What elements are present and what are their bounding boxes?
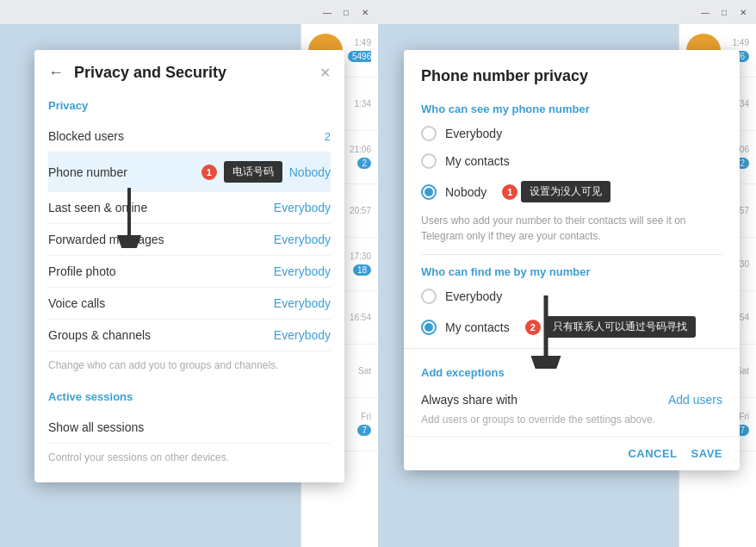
phone-number-value: Nobody bbox=[289, 165, 331, 179]
everybody-radio[interactable] bbox=[421, 126, 437, 141]
chat-meta: 1:34 bbox=[348, 99, 371, 109]
right-close-button[interactable]: ✕ bbox=[737, 6, 749, 18]
chat-time: 1:34 bbox=[348, 99, 371, 109]
privacy-security-dialog: ← Privacy and Security ✕ Privacy Blocked… bbox=[34, 50, 344, 482]
chat-time: 1:49 bbox=[726, 38, 749, 47]
chat-background: 1:49 5496 1:34 21:06 2 20:5 bbox=[0, 24, 378, 547]
unread-badge: 5496 bbox=[348, 51, 371, 62]
voice-calls-item[interactable]: Voice calls Everybody bbox=[48, 288, 331, 320]
phone-dialog-title: Phone number privacy bbox=[421, 67, 722, 85]
dialog-content: Privacy Blocked users 2 Phone number 1 电… bbox=[34, 92, 344, 482]
chat-time: Sat bbox=[348, 366, 371, 376]
chat-meta: 21:06 2 bbox=[348, 145, 371, 170]
chat-meta: Sat bbox=[348, 366, 371, 376]
phone-annotation-bubble: 电话号码 bbox=[224, 161, 282, 183]
find-everybody-label: Everybody bbox=[445, 289, 502, 303]
phone-number-item[interactable]: Phone number 1 电话号码 Nobody bbox=[48, 152, 331, 192]
nobody-bubble: 设置为没人可见 bbox=[521, 181, 610, 202]
chat-time: 1:49 bbox=[348, 38, 371, 47]
groups-channels-item[interactable]: Groups & channels Everybody bbox=[48, 320, 331, 351]
chat-meta: 20:57 bbox=[348, 206, 371, 215]
last-seen-item[interactable]: Last seen & online Everybody bbox=[48, 192, 331, 224]
show-all-sessions-item[interactable]: Show all sessions bbox=[48, 412, 331, 444]
everybody-label: Everybody bbox=[445, 127, 502, 140]
unread-badge: 7 bbox=[357, 425, 371, 436]
last-seen-value: Everybody bbox=[274, 201, 331, 214]
groups-channels-label: Groups & channels bbox=[48, 328, 274, 342]
phone-dialog-header: Phone number privacy bbox=[404, 50, 740, 92]
chat-time: 20:57 bbox=[348, 206, 371, 215]
last-seen-label: Last seen & online bbox=[48, 201, 274, 214]
forwarded-messages-item[interactable]: Forwarded messages Everybody bbox=[48, 224, 331, 256]
chat-time: 21:06 bbox=[348, 145, 371, 154]
right-annotation-arrow bbox=[516, 291, 576, 369]
right-titlebar: — □ ✕ bbox=[378, 0, 756, 24]
voice-calls-label: Voice calls bbox=[48, 296, 274, 310]
annotation-arrow bbox=[103, 179, 155, 248]
phone-info-text: Users who add your number to their conta… bbox=[421, 206, 722, 247]
unread-badge: 2 bbox=[357, 158, 371, 169]
find-everybody-radio[interactable] bbox=[421, 289, 437, 304]
exceptions-hint: Add users or groups to override the sett… bbox=[421, 413, 722, 436]
sessions-hint: Control your sessions on other devices. bbox=[48, 444, 331, 469]
maximize-button[interactable]: □ bbox=[340, 6, 352, 18]
everybody-option[interactable]: Everybody bbox=[421, 122, 722, 145]
find-contacts-label: My contacts bbox=[445, 320, 510, 334]
left-window: — □ ✕ 1:49 5496 1:34 21:06 bbox=[0, 0, 378, 547]
always-share-row: Always share with Add users bbox=[421, 386, 722, 413]
minimize-button[interactable]: — bbox=[321, 6, 333, 18]
active-sessions-label: Active sessions bbox=[48, 390, 331, 403]
blocked-users-item[interactable]: Blocked users 2 bbox=[48, 121, 331, 152]
who-can-see-label: Who can see my phone number bbox=[421, 103, 722, 115]
right-window: — □ ✕ 1:49 496 1:34 21:06 bbox=[378, 0, 756, 547]
groups-channels-value: Everybody bbox=[274, 328, 331, 342]
step1-nobody-circle: 1 bbox=[502, 184, 517, 200]
chat-time: 17:30 bbox=[348, 252, 371, 261]
dialog-footer: CANCEL SAVE bbox=[404, 436, 740, 470]
chat-meta: Fri 7 bbox=[348, 412, 371, 437]
my-contacts-label: My contacts bbox=[445, 154, 510, 168]
profile-photo-label: Profile photo bbox=[48, 264, 274, 278]
back-button[interactable]: ← bbox=[48, 64, 64, 82]
right-chat-background: 1:49 496 1:34 21:06 2 20:57 bbox=[378, 24, 756, 547]
profile-photo-value: Everybody bbox=[274, 264, 331, 278]
unread-badge: 18 bbox=[353, 264, 371, 276]
blocked-users-label: Blocked users bbox=[48, 129, 325, 143]
voice-calls-value: Everybody bbox=[274, 296, 331, 310]
chat-meta: 16:54 bbox=[348, 313, 371, 322]
my-contacts-radio[interactable] bbox=[421, 153, 437, 169]
close-button[interactable]: ✕ bbox=[359, 6, 371, 18]
add-users-button[interactable]: Add users bbox=[668, 393, 722, 407]
forwarded-messages-value: Everybody bbox=[274, 233, 331, 246]
dialog-title: Privacy and Security bbox=[74, 64, 309, 82]
right-maximize-button[interactable]: □ bbox=[718, 6, 730, 18]
who-can-see-group: Everybody My contacts Nobody 1 设置为没人可见 bbox=[421, 122, 722, 206]
blocked-users-badge: 2 bbox=[325, 130, 331, 143]
dialog-header: ← Privacy and Security ✕ bbox=[34, 50, 344, 92]
chat-meta: 17:30 18 bbox=[348, 252, 371, 277]
nobody-radio[interactable] bbox=[421, 184, 437, 200]
chat-meta: 1:49 5496 bbox=[348, 38, 371, 63]
cancel-button[interactable]: CANCEL bbox=[628, 447, 677, 460]
step1-circle: 1 bbox=[201, 165, 217, 180]
chat-time: 16:54 bbox=[348, 313, 371, 322]
close-dialog-button[interactable]: ✕ bbox=[319, 65, 331, 81]
chat-time: Fri bbox=[348, 412, 371, 421]
phone-number-label: Phone number bbox=[48, 165, 201, 179]
save-button[interactable]: SAVE bbox=[691, 447, 722, 460]
phone-number-privacy-dialog: Phone number privacy Who can see my phon… bbox=[404, 50, 740, 470]
find-contacts-radio[interactable] bbox=[421, 320, 437, 335]
profile-photo-item[interactable]: Profile photo Everybody bbox=[48, 256, 331, 288]
my-contacts-option[interactable]: My contacts bbox=[421, 150, 722, 172]
section-divider bbox=[421, 254, 722, 255]
always-share-label: Always share with bbox=[421, 393, 517, 407]
privacy-section-label: Privacy bbox=[48, 99, 331, 112]
nobody-label: Nobody bbox=[445, 185, 486, 199]
right-minimize-button[interactable]: — bbox=[699, 6, 711, 18]
groups-hint: Change who can add you to groups and cha… bbox=[48, 351, 331, 376]
left-titlebar: — □ ✕ bbox=[0, 0, 378, 24]
show-all-sessions-label: Show all sessions bbox=[48, 420, 331, 434]
forwarded-messages-label: Forwarded messages bbox=[48, 233, 274, 246]
who-can-find-label: Who can find me by my number bbox=[421, 265, 722, 278]
nobody-option[interactable]: Nobody 1 设置为没人可见 bbox=[421, 177, 722, 206]
